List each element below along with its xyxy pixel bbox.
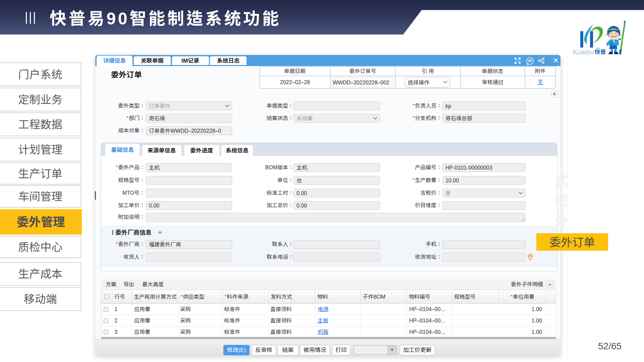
svg-text:快普: 快普 xyxy=(595,49,606,55)
svg-text:Kuaipu: Kuaipu xyxy=(573,48,594,56)
